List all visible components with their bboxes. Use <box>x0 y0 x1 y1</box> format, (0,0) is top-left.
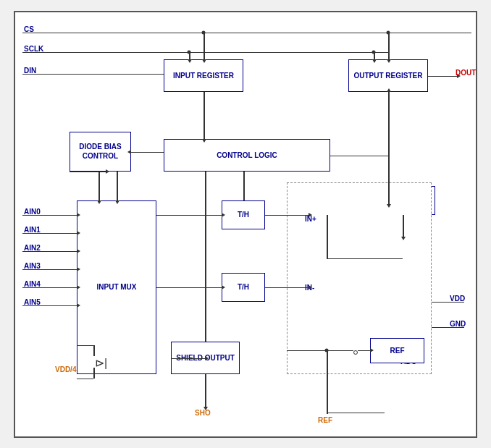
mux-to-th-top <box>156 215 222 216</box>
input-register-block: INPUT REGISTER <box>164 59 243 92</box>
dot-sclk-output <box>372 50 376 54</box>
input-reg-to-control <box>203 92 205 139</box>
diode-symbol: ⊳| <box>95 356 107 370</box>
output-register-block: OUTPUT REGISTER <box>348 59 428 92</box>
ref-block: REF <box>370 338 424 363</box>
control-to-diode <box>131 152 164 153</box>
ref-bottom-label: REF <box>318 416 332 424</box>
vdd4-label: VDD/4 <box>55 365 76 373</box>
control-to-shield-v <box>205 172 206 342</box>
diode-line-bottom <box>93 368 95 379</box>
ain1-label: AIN1 <box>24 226 41 234</box>
vdd-label: VDD <box>450 295 465 303</box>
dout-line <box>428 76 457 77</box>
control-to-output-h <box>330 156 388 157</box>
diode-line-top <box>93 345 95 356</box>
diode-bottom-left <box>77 379 93 380</box>
control-to-shield-h <box>171 358 205 360</box>
diode-to-mux-h <box>70 172 106 173</box>
sclk-line <box>22 52 164 54</box>
ref-v-connect <box>327 350 328 374</box>
diode-connect-left <box>77 345 93 347</box>
clock-to-adc <box>403 215 404 237</box>
diode-to-mux-v <box>98 172 100 200</box>
cs-extend-right <box>203 33 388 34</box>
din-arrow <box>149 74 164 75</box>
input-mux-block: INPUT MUX <box>77 200 156 374</box>
din-line <box>22 74 164 75</box>
cs-to-output-reg <box>388 33 390 59</box>
th-top-to-in-plus <box>265 215 309 216</box>
sclk-signal-label: SCLK <box>24 45 43 53</box>
diagram-container: CS SCLK DIN INPUT REGISTER OUTPUT REGIST… <box>14 11 477 438</box>
ain5-label: AIN5 <box>24 298 41 306</box>
bias-to-mux <box>117 172 118 200</box>
diode-bias-block: DIODE BIAS CONTROL <box>70 132 131 172</box>
ref-bottom-v <box>327 374 328 414</box>
ref-connect-h <box>287 350 353 352</box>
sclk-extend <box>160 52 388 54</box>
control-to-output-v <box>388 92 390 132</box>
adc-feedback-h <box>327 258 403 260</box>
ain0-label: AIN0 <box>24 208 41 216</box>
th-bot-to-in-minus <box>265 287 309 289</box>
dot-ref <box>325 348 329 352</box>
dout-signal-label: DOUT <box>456 69 476 77</box>
th-bot-block: T/H <box>222 273 265 302</box>
sho-line <box>205 374 206 407</box>
mux-to-th-bot <box>156 287 222 289</box>
gnd-label: GND <box>450 320 466 328</box>
din-signal-label: DIN <box>24 67 36 75</box>
adc-feedback-v <box>327 215 328 258</box>
sho-label: SHO <box>195 409 211 417</box>
control-down <box>243 172 245 200</box>
ain2-label: AIN2 <box>24 244 41 252</box>
th-top-block: T/H <box>222 200 265 229</box>
cs-to-input-reg <box>203 33 205 59</box>
ref-bottom-h <box>327 413 385 414</box>
cs-left <box>22 33 37 34</box>
ain4-label: AIN4 <box>24 280 41 288</box>
ain3-label: AIN3 <box>24 262 41 270</box>
ref-to-block <box>358 350 370 352</box>
control-logic-block: CONTROL LOGIC <box>164 139 330 172</box>
